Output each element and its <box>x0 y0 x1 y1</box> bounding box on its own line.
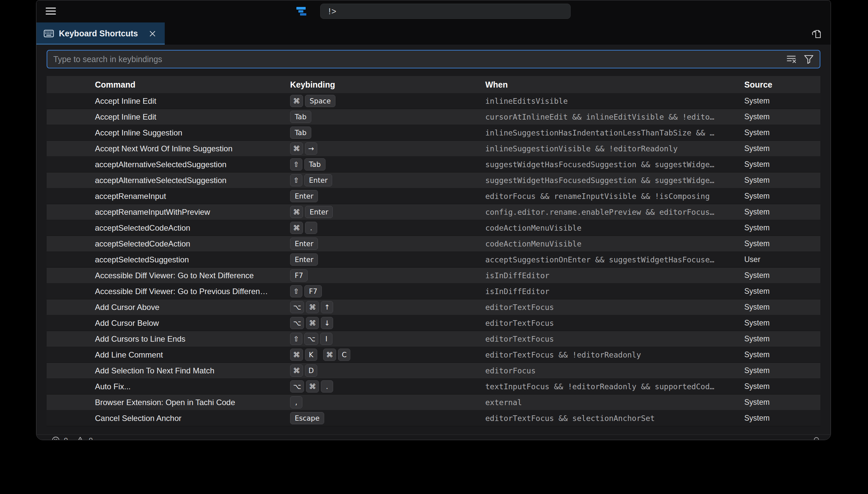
table-row[interactable]: Accept Next Word Of Inline Suggestion⌘→i… <box>47 141 820 157</box>
keychord-group: ⌘K <box>290 348 317 361</box>
table-row[interactable]: acceptSelectedCodeActionEntercodeActionM… <box>47 236 820 252</box>
keybinding-cell: ⇧F7 <box>290 285 485 298</box>
when-clause: config.editor.rename.enablePreview && ed… <box>485 208 744 216</box>
keybinding-cell: Enter <box>290 238 485 250</box>
keycap: ⌘ <box>323 348 336 361</box>
table-row[interactable]: acceptAlternativeSelectedSuggestion⇧Tabs… <box>47 157 820 172</box>
keychord-group: Enter <box>290 238 318 250</box>
source-label: System <box>744 208 820 216</box>
keybinding-cell: Tab <box>290 127 485 139</box>
command-label: acceptAlternativeSelectedSuggestion <box>47 160 290 169</box>
keycap: ⌥ <box>290 317 304 329</box>
error-circle-icon <box>52 436 60 440</box>
open-keybindings-json-icon[interactable] <box>810 27 823 40</box>
keycap: ⌘ <box>290 142 303 155</box>
source-label: System <box>744 366 820 375</box>
keychord-group: ⌥⌘↓ <box>290 317 333 329</box>
table-row[interactable]: Add Cursor Below⌥⌘↓editorTextFocusSystem <box>47 315 820 331</box>
table-row[interactable]: Add Selection To Next Find Match⌘Deditor… <box>47 363 820 379</box>
when-clause: codeActionMenuVisible <box>485 240 744 248</box>
table-header: Command Keybinding When Source <box>47 76 820 93</box>
source-label: System <box>744 287 820 296</box>
when-clause: editorTextFocus <box>485 319 744 327</box>
source-label: System <box>744 144 820 153</box>
table-row[interactable]: acceptSelectedSuggestionEnteracceptSugge… <box>47 252 820 268</box>
keybinding-cell: ⌘K⌘C <box>290 348 485 361</box>
table-row[interactable]: Auto Fix...⌥⌘.textInputFocus && !editorR… <box>47 379 820 395</box>
keybindings-editor: Command Keybinding When Source Accept In… <box>36 50 831 435</box>
keycap: Tab <box>304 158 325 171</box>
warning-triangle-icon <box>76 436 85 440</box>
error-count: 0 <box>64 436 68 440</box>
keybinding-cell: ⌘Enter <box>290 206 485 218</box>
when-clause: editorTextFocus <box>485 335 744 343</box>
tab-close-icon[interactable] <box>147 29 158 39</box>
keychord-group: F7 <box>290 269 308 282</box>
table-row[interactable]: Accessible Diff Viewer: Go to Previous D… <box>47 284 820 299</box>
problems-indicator[interactable]: 0 0 <box>52 436 93 440</box>
table-row[interactable]: Accept Inline Edit⌘SpaceinlineEditsVisib… <box>47 93 820 109</box>
keycap: Enter <box>304 174 332 186</box>
when-clause: inlineSuggestionHasIndentationLessThanTa… <box>485 129 744 137</box>
keychord-group: ⌘→ <box>290 142 317 155</box>
table-row[interactable]: Browser Extension: Open in Tachi Code,ex… <box>47 395 820 411</box>
command-label: Cancel Selection Anchor <box>47 414 290 423</box>
keybinding-cell: ⌥⌘↓ <box>290 317 485 329</box>
when-clause: editorTextFocus <box>485 303 744 311</box>
table-row[interactable]: Accept Inline SuggestionTabinlineSuggest… <box>47 125 820 141</box>
column-header-when: When <box>485 80 744 90</box>
keycap: , <box>290 396 302 408</box>
source-label: System <box>744 271 820 280</box>
keycap: ⌘ <box>290 206 303 218</box>
keycap: Tab <box>290 127 311 139</box>
keycap: ↓ <box>321 317 333 329</box>
keychord-group: ⇧Tab <box>290 158 325 171</box>
table-row[interactable]: Add Line Comment⌘K⌘CeditorTextFocus && !… <box>47 347 820 363</box>
keycap: . <box>305 222 317 234</box>
keycap: ⇧ <box>290 285 302 298</box>
source-label: System <box>744 350 820 359</box>
keychord-group: ⌘. <box>290 222 317 234</box>
keybinding-cell: Enter <box>290 190 485 202</box>
hamburger-menu-icon[interactable] <box>46 7 56 15</box>
command-label: Auto Fix... <box>47 382 290 391</box>
keychord-group: Enter <box>290 190 318 202</box>
command-label: Accessible Diff Viewer: Go to Next Diffe… <box>47 271 290 280</box>
keybinding-cell: ⇧⌥I <box>290 333 485 345</box>
table-row[interactable]: acceptRenameInputWithPreview⌘Enterconfig… <box>47 204 820 220</box>
command-label: Browser Extension: Open in Tachi Code <box>47 398 290 407</box>
tab-keyboard-shortcuts[interactable]: Keyboard Shortcuts <box>36 22 165 44</box>
keybinding-cell: ⌘. <box>290 222 485 234</box>
keybinding-cell: ⌥⌘. <box>290 380 485 393</box>
when-clause: codeActionMenuVisible <box>485 224 744 232</box>
keybindings-search-input[interactable] <box>53 55 780 64</box>
when-clause: editorFocus && renameInputVisible && !is… <box>485 192 744 201</box>
when-clause: isInDiffEditor <box>485 287 744 296</box>
table-row[interactable]: acceptRenameInputEntereditorFocus && ren… <box>47 188 820 204</box>
filter-icon[interactable] <box>804 55 814 64</box>
when-clause: editorFocus <box>485 366 744 375</box>
command-center-input[interactable]: !> <box>320 4 571 19</box>
keybinding-cell: ⌥⌘↑ <box>290 301 485 313</box>
bell-icon[interactable] <box>812 436 821 440</box>
source-label: System <box>744 335 820 343</box>
keychord-group: Escape <box>290 412 324 424</box>
keycap: Enter <box>305 206 333 218</box>
keychord-group: ⌥⌘↑ <box>290 301 333 313</box>
keycap: → <box>305 142 317 155</box>
column-header-source: Source <box>744 80 820 90</box>
keycap: . <box>321 380 333 393</box>
command-label: Accept Inline Suggestion <box>47 128 290 137</box>
table-row[interactable]: Add Cursor Above⌥⌘↑editorTextFocusSystem <box>47 299 820 315</box>
table-row[interactable]: acceptSelectedCodeAction⌘.codeActionMenu… <box>47 220 820 236</box>
keycap: ↑ <box>321 301 333 313</box>
table-row[interactable]: acceptAlternativeSelectedSuggestion⇧Ente… <box>47 172 820 188</box>
clear-filter-icon[interactable] <box>786 55 797 64</box>
table-row[interactable]: Cancel Selection AnchorEscapeeditorTextF… <box>47 411 820 426</box>
when-clause: external <box>485 398 744 407</box>
table-row[interactable]: Accessible Diff Viewer: Go to Next Diffe… <box>47 268 820 284</box>
command-label: Add Line Comment <box>47 350 290 360</box>
command-label: Accept Inline Edit <box>47 96 290 106</box>
table-row[interactable]: Add Cursors to Line Ends⇧⌥IeditorTextFoc… <box>47 331 820 347</box>
table-row[interactable]: Accept Inline EditTabcursorAtInlineEdit … <box>47 109 820 125</box>
